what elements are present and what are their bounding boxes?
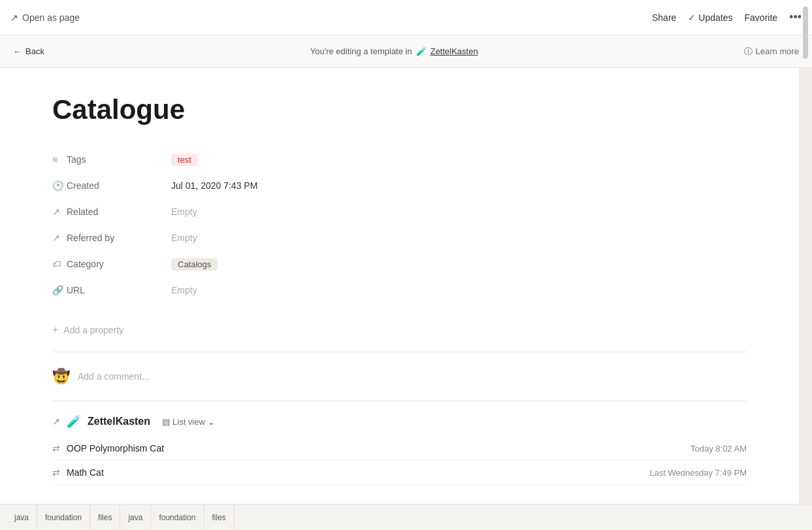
category-catalogs-badge[interactable]: Catalogs — [171, 258, 218, 271]
referred-by-label: Referred by — [67, 233, 171, 243]
main-content: Catalogue ≡ Tags test 🕐 Created Jul 01, … — [0, 68, 812, 504]
avatar: 🤠 — [52, 368, 70, 385]
top-bar-right: Share ✓ Updates Favorite ••• — [652, 10, 802, 24]
tab-files-1[interactable]: files — [90, 505, 120, 530]
list-item-left-2: ⇄ Math Cat — [52, 467, 104, 478]
plus-icon: + — [52, 324, 58, 336]
right-sidebar — [799, 68, 812, 504]
property-row-tags: ≡ Tags test — [52, 146, 747, 173]
tags-value[interactable]: test — [171, 154, 198, 166]
tag-test-badge[interactable]: test — [171, 154, 198, 166]
property-row-related: ↗ Related Empty — [52, 199, 747, 225]
db-expand-icon[interactable]: ↗ — [52, 416, 60, 427]
related-icon: ↗ — [52, 207, 67, 217]
url-label: URL — [67, 285, 171, 295]
back-button[interactable]: ← Back — [13, 46, 44, 56]
top-bar: ↗ Open as page Share ✓ Updates Favorite … — [0, 0, 812, 35]
tab-java-1[interactable]: java — [7, 505, 37, 530]
template-bar: ← Back You're editing a template in 🧪 Ze… — [0, 35, 812, 68]
workspace-icon: 🧪 — [416, 46, 427, 56]
list-view-icon: ▤ — [162, 417, 170, 427]
back-arrow-icon: ← — [13, 46, 22, 56]
list-item-left-1: ⇄ OOP Polymorphism Cat — [52, 443, 164, 454]
question-circle-icon: ⓘ — [744, 46, 753, 58]
created-value: Jul 01, 2020 7:43 PM — [171, 180, 257, 191]
category-icon: 🏷 — [52, 259, 67, 269]
bottom-tabs-bar: java foundation files java foundation fi… — [0, 504, 812, 530]
category-label: Category — [67, 259, 171, 269]
chevron-down-icon: ⌄ — [208, 417, 215, 427]
tags-icon: ≡ — [52, 154, 67, 165]
list-item-2: ⇄ Math Cat Last Wednesday 7:49 PM — [52, 461, 747, 485]
created-icon: 🕐 — [52, 180, 67, 191]
property-row-referred-by: ↗ Referred by Empty — [52, 225, 747, 251]
list-item: ⇄ OOP Polymorphism Cat Today 8:02 AM — [52, 437, 747, 461]
db-view-label: List view — [172, 417, 205, 427]
list-item-date-2: Last Wednesday 7:49 PM — [649, 468, 747, 478]
tab-java-2[interactable]: java — [120, 505, 151, 530]
list-item-date-1: Today 8:02 AM — [690, 444, 747, 454]
learn-more-button[interactable]: ⓘ Learn more — [744, 46, 799, 58]
divider-1 — [52, 352, 747, 352]
relation-icon-1: ⇄ — [52, 443, 60, 454]
category-value[interactable]: Catalogs — [171, 258, 218, 271]
comment-section[interactable]: 🤠 Add a comment... — [52, 368, 747, 385]
comment-placeholder[interactable]: Add a comment... — [78, 371, 150, 382]
updates-button[interactable]: ✓ Updates — [688, 12, 732, 23]
url-value[interactable]: Empty — [171, 285, 197, 295]
workspace-link[interactable]: ZettelKasten — [430, 46, 478, 56]
db-title[interactable]: ZettelKasten — [88, 416, 150, 427]
url-icon: 🔗 — [52, 285, 67, 295]
tab-foundation-1[interactable]: foundation — [37, 505, 90, 530]
favorite-button[interactable]: Favorite — [745, 12, 778, 23]
page-area: Catalogue ≡ Tags test 🕐 Created Jul 01, … — [0, 68, 799, 504]
check-icon: ✓ — [688, 12, 696, 23]
relation-icon-2: ⇄ — [52, 467, 60, 478]
page-title[interactable]: Catalogue — [52, 94, 747, 125]
created-label: Created — [67, 180, 171, 191]
list-item-title-2[interactable]: Math Cat — [67, 467, 104, 478]
tab-foundation-2[interactable]: foundation — [151, 505, 204, 530]
related-label: Related — [67, 207, 171, 217]
property-row-created: 🕐 Created Jul 01, 2020 7:43 PM — [52, 173, 747, 199]
share-button[interactable]: Share — [652, 12, 676, 23]
section-divider — [52, 401, 747, 401]
open-as-page-btn[interactable]: Open as page — [22, 12, 80, 23]
related-value[interactable]: Empty — [171, 207, 197, 217]
referred-by-value[interactable]: Empty — [171, 233, 197, 243]
referred-by-icon: ↗ — [52, 233, 67, 243]
property-row-url: 🔗 URL Empty — [52, 277, 747, 303]
db-view-button[interactable]: ▤ List view ⌄ — [162, 417, 215, 427]
tags-label: Tags — [67, 154, 171, 165]
open-as-page-icon: ↗ — [10, 12, 18, 23]
top-bar-left: ↗ Open as page — [10, 12, 80, 23]
tab-files-2[interactable]: files — [204, 505, 235, 530]
more-options-button[interactable]: ••• — [789, 10, 802, 24]
database-header: ↗ 🧪 ZettelKasten ▤ List view ⌄ — [52, 414, 747, 429]
add-property-button[interactable]: + Add a property — [52, 319, 747, 341]
db-workspace-icon: 🧪 — [67, 414, 81, 429]
list-item-title-1[interactable]: OOP Polymorphism Cat — [67, 443, 164, 454]
property-row-category: 🏷 Category Catalogs — [52, 251, 747, 277]
properties-section: ≡ Tags test 🕐 Created Jul 01, 2020 7:43 … — [52, 146, 747, 303]
template-editing-info: You're editing a template in 🧪 ZettelKas… — [310, 46, 478, 56]
